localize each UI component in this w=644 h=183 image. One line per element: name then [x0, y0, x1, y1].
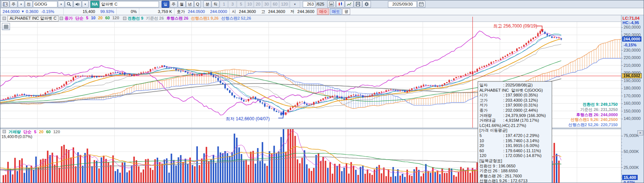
date-input[interactable]: 2025/09/30 [388, 1, 417, 7]
calendar-icon[interactable] [417, 1, 425, 8]
minute-10-button[interactable]: 10 [245, 1, 253, 8]
market-type-button[interactable]: 주 [10, 1, 17, 8]
minute-interval-group: 13510203060120 [220, 1, 289, 8]
axis-tick [621, 54, 622, 54]
close-icon[interactable]: × [637, 130, 643, 135]
trade-value: 3,759 K [158, 9, 172, 14]
candle-style-icon[interactable] [336, 1, 345, 8]
period-week-button[interactable]: 주 [170, 1, 177, 8]
tooltip-line: 5: 197.4720 (-2.29%) [479, 133, 550, 138]
price-tick-label: 230,0000 [624, 48, 641, 52]
axis-tick [621, 84, 622, 85]
legend-volume-label: 거래량 [9, 130, 21, 134]
axis-tick [621, 171, 622, 171]
axis-tick [621, 99, 622, 100]
axis-tick [621, 96, 622, 96]
axis-tick [621, 164, 622, 165]
legend-marker-icon[interactable] [60, 17, 63, 20]
period-minute-button[interactable]: 분 [203, 1, 211, 8]
axis-tick [621, 77, 622, 77]
crosshair-vline [472, 17, 473, 128]
sell-button[interactable]: 매도 [330, 9, 342, 15]
axis-tick [621, 119, 623, 119]
buy-button[interactable]: 매수 [317, 9, 329, 15]
price-down-icon: ▼ [21, 10, 24, 13]
legend-ichimoku-item: 선행스팬2 52,26 [221, 16, 251, 21]
interval-dropdown[interactable]: ▼ [290, 1, 300, 8]
period-year-button[interactable]: 년 [186, 1, 194, 8]
hoga-cell: 호가 244.0500 244.0000 [175, 8, 230, 15]
axis-tick [621, 111, 622, 111]
symbol-input[interactable]: GOOG [33, 1, 57, 7]
minute-30-button[interactable]: 30 [262, 1, 270, 8]
price-tick-label: 180,0000 [624, 86, 641, 90]
period-day-button[interactable]: 일 [162, 1, 169, 8]
tooltip-line: 전환선 9 : 196.0650 [479, 164, 550, 169]
volume-tick-label: 50,000K [624, 149, 639, 154]
window-switch-icon[interactable] [1, 1, 9, 8]
jeon-button[interactable]: 전 [25, 1, 33, 8]
axis-tick [621, 58, 622, 58]
axis-tick [621, 161, 622, 161]
bar-count-total: /625 [316, 2, 324, 6]
axis-tick [621, 81, 622, 81]
tooltip-line: 시가: 197.9800 (0.35%) [479, 93, 550, 98]
symbol-name-field[interactable]: 알파벳 C [100, 1, 159, 7]
price-tick-label: 160,0000 [624, 101, 641, 105]
period-tick-button[interactable]: 틱 [212, 1, 219, 8]
minute-1-button[interactable]: 1 [220, 1, 228, 8]
speaker-icon[interactable] [73, 1, 82, 8]
tooltip-line: 거래량: 24,379,909 (166.30%) [479, 113, 550, 118]
trendline-tool-icon[interactable] [345, 1, 353, 8]
legend-ma-20: 20 [98, 16, 103, 21]
open-price: 244.3600 [239, 9, 256, 14]
search-icon[interactable] [65, 1, 73, 8]
price-tick-label: 200,0000 [624, 71, 641, 75]
axis-tick [621, 136, 623, 136]
minute-20-button[interactable]: 20 [254, 1, 262, 8]
legend-ichimoku-item: 전환선 9 [128, 16, 143, 21]
minute-60-button[interactable]: 60 [271, 1, 279, 8]
save-chart-icon[interactable] [354, 1, 362, 8]
price-ma-legend: 종가단순5102060120 [64, 16, 122, 21]
current-pct-tag: -0,15% [624, 43, 637, 47]
volume-tick-label: 75,000K [624, 133, 639, 138]
legend-marker-icon[interactable] [3, 17, 6, 20]
speaker-dropdown[interactable]: ▼ [82, 1, 89, 8]
price-tick-label: 260,0000 [624, 25, 641, 29]
tooltip-line: 일자: 2025/08/08(금) [479, 83, 550, 88]
symbol-dropdown[interactable]: ▼ [58, 1, 64, 8]
extra-pct: 0% [131, 9, 137, 14]
axis-tick [621, 62, 622, 62]
bar-count-input[interactable]: 263 [303, 1, 315, 7]
minute-3-button[interactable]: 3 [228, 1, 236, 8]
price-tick-label: 140,0000 [624, 116, 641, 121]
legend-ma-5: 5 [86, 16, 88, 21]
volume-current-label: 15,400주(0.07%) [1, 134, 32, 140]
axis-tick [621, 27, 623, 28]
price-axis-column[interactable]: LC:71,04 HC:-4,95 244,0000 -0,15% 196,03… [621, 15, 644, 183]
ichimoku-legend: 전환선 9기준선 26후행스팬 26선행스팬1 9,26선행스팬2 52,26 [128, 16, 254, 21]
axis-tick [621, 73, 622, 73]
legend-marker-icon[interactable] [3, 130, 6, 133]
legend-volume-ma-20: 20 [39, 130, 43, 134]
top-toolbar: 주 ▼ 전 GOOG ▼ ▼ NA 알파벳 C 일 주 월 년 Q 분 틱 13… [0, 0, 644, 8]
minute-120-button[interactable]: 120 [279, 1, 289, 8]
ichimoku-value-label: 기준선 26: 231,3250 [568, 107, 618, 112]
period-quarter-button[interactable]: Q [194, 1, 201, 8]
ichimoku-value-label: 전환선 9: 249,1750 [568, 102, 618, 107]
current-price: 244.0000 [3, 9, 20, 14]
legend-volume-ma-60: 60 [46, 130, 50, 134]
volume-ratio: 99.93% [100, 9, 114, 14]
minute-5-button[interactable]: 5 [237, 1, 245, 8]
chart-settings-icon[interactable] [362, 1, 371, 8]
chart-grid-icon[interactable] [2, 23, 10, 30]
axis-tick [621, 31, 622, 32]
axis-tick [621, 177, 622, 177]
market-type-dropdown[interactable]: ▼ [18, 1, 24, 8]
axis-tick [621, 39, 622, 39]
legend-marker-icon[interactable] [123, 17, 126, 20]
won-grid-icon[interactable]: ₩ [327, 1, 336, 8]
avg-button[interactable]: 평 [342, 9, 350, 15]
period-month-button[interactable]: 월 [178, 1, 186, 8]
